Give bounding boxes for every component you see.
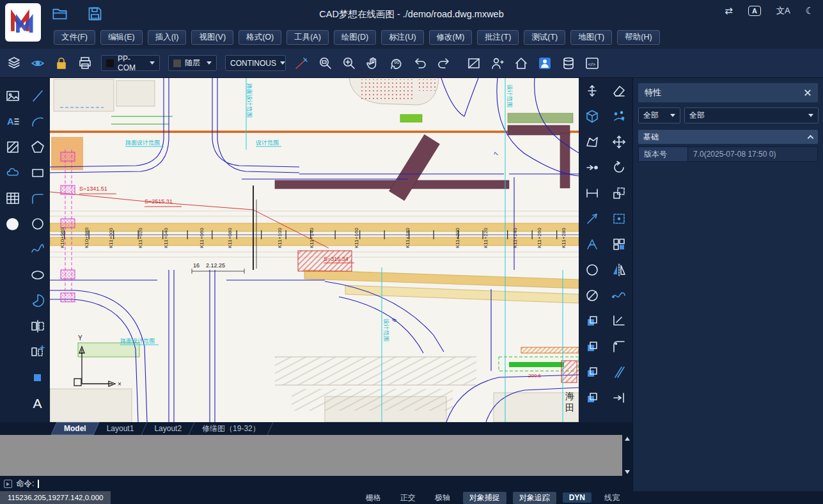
hatch-icon[interactable] xyxy=(5,139,20,155)
toggle-dyn[interactable]: DYN xyxy=(563,492,592,503)
trim-icon[interactable] xyxy=(611,313,627,329)
point-snap-icon[interactable] xyxy=(584,160,600,175)
menu-file[interactable]: 文件(F) xyxy=(54,30,95,45)
menu-view[interactable]: 视图(V) xyxy=(191,30,233,45)
menu-edit[interactable]: 编辑(E) xyxy=(100,30,143,45)
arc-icon[interactable] xyxy=(30,114,45,129)
menu-draw[interactable]: 绘图(D) xyxy=(334,30,376,45)
dim-angle-icon[interactable] xyxy=(584,237,600,252)
spline-edit-icon[interactable] xyxy=(611,288,627,303)
scale-icon[interactable] xyxy=(611,185,627,201)
stretch-icon[interactable] xyxy=(584,83,600,98)
database-icon[interactable] xyxy=(561,56,576,71)
menu-modify[interactable]: 修改(M) xyxy=(429,30,473,45)
user-badge-icon[interactable] xyxy=(537,56,553,71)
text-tool-icon[interactable]: A xyxy=(33,397,42,410)
close-icon[interactable] xyxy=(804,89,811,97)
menu-annotate[interactable]: 批注(T) xyxy=(477,30,519,45)
tab-model[interactable]: Model xyxy=(54,422,97,435)
polyline-pen-icon[interactable] xyxy=(294,56,310,71)
section-basic[interactable]: 基础 xyxy=(638,130,818,144)
filter-select-large[interactable]: 全部 xyxy=(684,107,819,123)
spline-icon[interactable] xyxy=(30,242,45,257)
tab-repair-plan[interactable]: 修缮图（19-32） xyxy=(192,422,270,435)
text-style-icon[interactable]: A xyxy=(5,114,20,129)
menu-test[interactable]: 测试(T) xyxy=(524,30,565,45)
dim-linear-icon[interactable] xyxy=(584,185,600,201)
point-style-icon[interactable] xyxy=(611,109,627,124)
undo-icon[interactable] xyxy=(412,56,428,71)
command-history[interactable] xyxy=(0,435,632,476)
pan-hand-icon[interactable] xyxy=(365,56,380,71)
dim-diameter-icon[interactable] xyxy=(584,262,600,278)
tab-layout1[interactable]: Layout1 xyxy=(97,422,145,435)
drawing-canvas[interactable]: 路面设计范围 设计范围 路面设计范围 S=1341.51 S=2515.31 S… xyxy=(50,78,579,422)
print-icon[interactable] xyxy=(77,56,93,71)
translate-icon[interactable]: 文A xyxy=(776,5,790,17)
fillet-icon[interactable] xyxy=(30,191,45,206)
layer-visibility-icon[interactable] xyxy=(30,56,45,71)
theme-moon-icon[interactable]: ☾ xyxy=(806,5,814,17)
viewport-add-icon[interactable] xyxy=(30,344,45,359)
rotate-icon[interactable] xyxy=(611,160,627,175)
layer-copy-icon[interactable] xyxy=(584,365,600,380)
box-3d-icon[interactable] xyxy=(584,109,600,124)
mirror-icon[interactable] xyxy=(611,262,627,278)
circle-icon[interactable] xyxy=(30,216,45,232)
extend-icon[interactable] xyxy=(611,390,627,406)
code-icon[interactable]: </> xyxy=(584,56,600,71)
layers-icon[interactable] xyxy=(6,56,22,71)
layer-lock-icon[interactable] xyxy=(54,56,69,71)
polygon-icon[interactable] xyxy=(30,139,45,155)
add-user-icon[interactable] xyxy=(490,56,505,71)
dim-aligned-icon[interactable] xyxy=(584,211,600,226)
color-select[interactable]: 随层 xyxy=(168,55,217,71)
toggle-polar[interactable]: 极轴 xyxy=(428,492,457,504)
viewport-icon[interactable] xyxy=(466,56,482,71)
array-icon[interactable] xyxy=(611,237,627,252)
dim-radius-icon[interactable] xyxy=(584,288,600,303)
redo-icon[interactable] xyxy=(436,56,451,71)
toggle-lineweight[interactable]: 线宽 xyxy=(598,492,626,504)
menu-dimension[interactable]: 标注(U) xyxy=(381,30,423,45)
select-window-icon[interactable] xyxy=(611,211,627,226)
layer-select[interactable]: PP-COM xyxy=(101,55,160,71)
linetype-select[interactable]: CONTINOUS xyxy=(225,55,286,71)
revision-cloud-icon[interactable] xyxy=(5,165,20,180)
viewport-flip-icon[interactable] xyxy=(30,319,45,334)
move-icon[interactable] xyxy=(611,134,627,150)
app-logo[interactable] xyxy=(5,3,41,42)
toggle-osnap[interactable]: 对象捕捉 xyxy=(463,492,506,504)
line-icon[interactable] xyxy=(30,88,45,104)
home-icon[interactable] xyxy=(513,56,529,71)
zoom-window-icon[interactable] xyxy=(318,56,333,71)
solid-fill-icon[interactable] xyxy=(34,374,41,381)
layer-copy-icon[interactable] xyxy=(584,313,600,329)
rotate-90-icon[interactable]: 90 xyxy=(389,56,404,71)
chevron-up-icon[interactable] xyxy=(808,134,814,141)
command-line[interactable]: 命令: xyxy=(0,476,632,491)
rectangle-icon[interactable] xyxy=(30,165,45,180)
scroll-down-icon[interactable] xyxy=(625,470,630,474)
zoom-extents-icon[interactable] xyxy=(341,56,357,71)
fillet-edit-icon[interactable] xyxy=(611,339,627,354)
boundary-icon[interactable] xyxy=(584,134,600,150)
menu-insert[interactable]: 插入(I) xyxy=(148,30,187,45)
table-icon[interactable] xyxy=(5,191,20,206)
layer-copy-icon[interactable] xyxy=(584,339,600,354)
point-tool-icon[interactable] xyxy=(6,218,19,230)
break-icon[interactable] xyxy=(611,365,627,380)
menu-format[interactable]: 格式(O) xyxy=(239,30,281,45)
ellipse-icon[interactable] xyxy=(30,267,45,283)
erase-icon[interactable] xyxy=(611,83,627,98)
scroll-up-icon[interactable] xyxy=(625,437,630,441)
tab-layout2[interactable]: Layout2 xyxy=(144,422,192,435)
menu-tools[interactable]: 工具(A) xyxy=(286,30,329,45)
filter-select-small[interactable]: 全部 xyxy=(638,107,680,123)
layer-copy-icon[interactable] xyxy=(584,390,600,406)
property-value[interactable]: 7.0(2025-07-08 17:50 0) xyxy=(688,146,818,162)
sync-icon[interactable]: ⇄ xyxy=(725,5,733,17)
toggle-ortho[interactable]: 正交 xyxy=(394,492,422,504)
insert-image-icon[interactable] xyxy=(5,88,20,104)
toggle-otrack[interactable]: 对象追踪 xyxy=(513,492,556,504)
